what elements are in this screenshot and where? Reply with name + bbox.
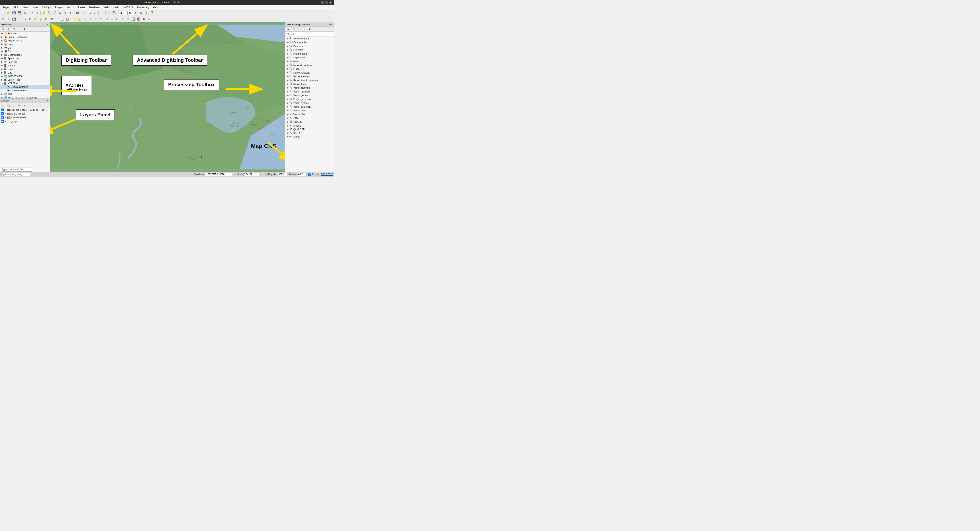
ptb-item-quickosm[interactable]: ▶🗺QuickOSM	[285, 128, 334, 131]
adv-trim-button[interactable]: ✂	[115, 17, 119, 22]
label-button[interactable]: T	[100, 11, 105, 15]
browser-item-wfs-ogc-api---features[interactable]: ▶🌐WFS / OGC API - Features	[0, 96, 50, 99]
ptb-item-vector-geometry[interactable]: ▶🔍Vector geometry	[285, 97, 334, 101]
browser-refresh-button[interactable]: ↻	[1, 27, 6, 32]
close-button[interactable]: ✕	[329, 1, 332, 4]
adv-ellipse-button[interactable]: ○	[93, 17, 98, 22]
maximize-button[interactable]: □	[325, 1, 328, 4]
menu-item-view[interactable]: View	[21, 6, 30, 9]
rotation-input[interactable]	[298, 173, 307, 176]
layers-filter-button[interactable]: 🔍	[6, 103, 11, 108]
ptb-item-raster-tools[interactable]: ▶🔍Raster tools	[285, 82, 334, 86]
processing-toolbox-toggle[interactable]: ⚙	[139, 11, 144, 15]
menu-item-raster[interactable]: Raster	[76, 6, 87, 9]
ptb-item-vector-selection[interactable]: ▶🔍Vector selection	[285, 105, 334, 108]
ptb-results-button[interactable]: 📋	[297, 27, 302, 32]
menu-item-database[interactable]: Database	[87, 6, 101, 9]
browser-item-oracle[interactable]: ▶🗄Oracle	[0, 67, 50, 71]
scale-status-input[interactable]	[243, 173, 259, 176]
browser-item-postgis[interactable]: ▶🐘PostGIS	[0, 60, 50, 64]
layer-visibility-checkbox[interactable]	[1, 116, 4, 119]
zoom-full-button[interactable]: ⊕	[57, 11, 62, 15]
menu-item-processing[interactable]: Processing	[135, 6, 151, 9]
browser-close-button[interactable]: ✕	[47, 23, 49, 26]
layers-remove-button[interactable]: ✕	[27, 103, 32, 108]
cut-features-button[interactable]: ✂	[54, 17, 59, 22]
crs-label[interactable]: EPSG:3857	[321, 173, 333, 175]
adv-reshape-button[interactable]: 🔄	[131, 17, 136, 22]
browser-item-favorites[interactable]: ▶⭐Favorites	[0, 32, 50, 35]
ptb-item-plots[interactable]: ▶🔍Plots	[285, 67, 334, 71]
browser-item-openstreetmap[interactable]: 🗺OpenStreetMap	[0, 89, 50, 92]
browser-info-button[interactable]: ℹ	[22, 27, 27, 32]
delete-selected-button[interactable]: 🗑	[49, 17, 54, 22]
ptb-item-raster-analysis[interactable]: ▶🔍Raster analysis	[285, 71, 334, 75]
ptb-item-vector-table[interactable]: ▶🔍Vector table	[285, 108, 334, 112]
save-project-button[interactable]: 💾	[11, 11, 16, 15]
menu-item-mmqgis[interactable]: MMQGIS	[121, 6, 135, 9]
layer-visibility-checkbox[interactable]	[1, 120, 4, 123]
menu-item-project[interactable]: Project	[1, 6, 12, 9]
adv-split-button[interactable]: ⟂	[120, 17, 125, 22]
layers-move-up-button[interactable]: ↑	[33, 103, 38, 108]
browser-item-xyz-tiles[interactable]: ▼▦XYZ Tiles	[0, 81, 50, 85]
ptb-history-button[interactable]: ⏱	[291, 27, 296, 32]
layer-item-group1[interactable]: ▶📁group1	[0, 120, 50, 123]
layer-item-island-border[interactable]: ▶island_border	[0, 112, 50, 116]
zoom-out-button[interactable]: 🔎	[52, 11, 57, 15]
adv-construct-button[interactable]: 📐	[77, 17, 82, 22]
menu-item-help[interactable]: Help	[151, 6, 160, 9]
render-checkbox[interactable]	[308, 173, 311, 176]
layers-move-down-button[interactable]: ↓	[38, 103, 43, 108]
adv-rectangle-button[interactable]: □	[99, 17, 103, 22]
enable-adv-digitizing-button[interactable]: ⚡	[72, 17, 77, 22]
adv-line-button[interactable]: 📏	[83, 17, 88, 22]
browser-item-home[interactable]: ▶🏠Home	[0, 42, 50, 46]
ptb-settings-button[interactable]: ⚙	[307, 27, 312, 32]
crs-area[interactable]: EPSG:3857	[321, 173, 333, 175]
print-button[interactable]: 🖨	[22, 11, 27, 15]
adv-polygon-button[interactable]: ⬡	[104, 17, 109, 22]
ptb-item-vector-general[interactable]: ▶🔍Vector general	[285, 93, 334, 97]
coordinate-input[interactable]	[205, 173, 232, 176]
ptb-item-raster-terrain-analysis[interactable]: ▶🔍Raster terrain analysis	[285, 78, 334, 82]
browser-item-spatialite[interactable]: ▶🗄SpatiaLite	[0, 57, 50, 60]
zoom-layer-button[interactable]: ⊕	[63, 11, 68, 15]
adv-snap-button[interactable]: 🧲	[136, 17, 141, 22]
browser-item-project-home[interactable]: ▶🏠Project Home	[0, 39, 50, 42]
browser-item-db2[interactable]: ▶🗄DB2	[0, 71, 50, 75]
processing-toolbox-float-button[interactable]: ⧉	[329, 23, 331, 26]
ptb-item-vector-analysis[interactable]: ▶🔍Vector analysis	[285, 86, 334, 89]
redo-edit-button[interactable]: ↪	[22, 17, 27, 22]
scale-input[interactable]	[119, 11, 127, 15]
browser-item-google-satellite[interactable]: 🛰Google Satellite	[0, 85, 50, 89]
add-feature-button[interactable]: ⊕	[28, 17, 32, 22]
ptb-item-layer-tools[interactable]: ▶🔍Layer tools	[285, 56, 334, 59]
menu-item-web[interactable]: Web	[102, 6, 110, 9]
adv-merge-button[interactable]: ⊞	[126, 17, 130, 22]
layer-item-openstreetmap[interactable]: ▶OpenStreetMap	[0, 116, 50, 120]
ptb-run-button[interactable]: ▶	[286, 27, 291, 32]
ptb-item-models[interactable]: ▶⚙Models	[285, 124, 334, 128]
ptb-add-to-favorites-button[interactable]: ⭐	[302, 27, 307, 32]
ptb-item-network-analysis[interactable]: ▶🔍Network analysis	[285, 63, 334, 67]
layers-collapse-button[interactable]: ⊟	[22, 103, 27, 108]
ptb-item-mesh[interactable]: ▶🔍Mesh	[285, 59, 334, 63]
ptb-item-gdal[interactable]: ▶🔧GDAL	[285, 116, 334, 120]
undo-button[interactable]: ↩	[29, 11, 34, 15]
deselect-button[interactable]: □	[80, 11, 85, 15]
ptb-item-interpolation[interactable]: ▶🔍Interpolation	[285, 52, 334, 56]
menu-item-mesh[interactable]: Mesh	[111, 6, 120, 9]
ptb-item-vector-tiles[interactable]: ▶🔍Vector tiles	[285, 112, 334, 116]
minimize-button[interactable]: ─	[321, 1, 324, 4]
save-layer-edits-button[interactable]: 💾	[11, 17, 16, 22]
magnifier-input[interactable]	[278, 173, 287, 176]
browser-up-button[interactable]: ↑	[17, 27, 22, 32]
select-button[interactable]: ▦	[75, 11, 80, 15]
processing-toolbox-close-button[interactable]: ✕	[331, 23, 333, 26]
ptb-item-cartography[interactable]: ▶🔍Cartography	[285, 40, 334, 44]
ptb-item-vector-creation[interactable]: ▶🔍Vector creation	[285, 89, 334, 93]
identify-button[interactable]: ℹ	[68, 11, 73, 15]
layer-item-dgtl-road-atlas-transport-line[interactable]: ▶dgtl_road_atlas TRANSPORT_LINE	[0, 108, 50, 112]
adv-scale-button[interactable]: ⤡	[147, 17, 152, 22]
